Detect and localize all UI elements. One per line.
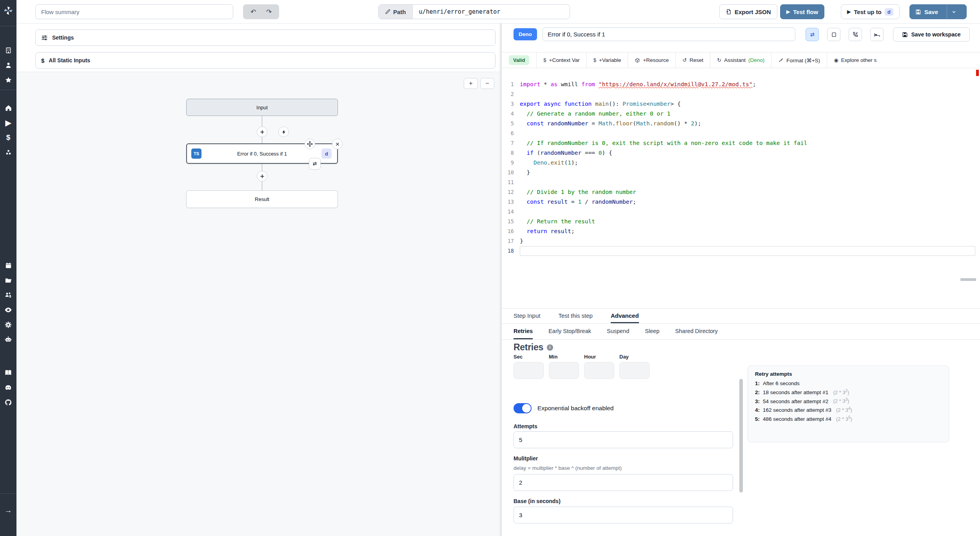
undo-button[interactable]: ↶ — [245, 6, 261, 18]
flow-node-step[interactable]: TS Error if 0, Success if 1 d — [186, 143, 338, 164]
code-line[interactable]: 16 return result; — [502, 226, 980, 236]
flow-node-result[interactable]: Result — [186, 190, 338, 208]
runs-play-icon[interactable]: ▶ — [0, 115, 16, 130]
flow-canvas[interactable]: + − Input TS Error if 0, Success if 1 d — [16, 72, 500, 536]
add-trigger-button[interactable] — [278, 127, 289, 137]
redo-button[interactable]: ↷ — [261, 6, 277, 18]
code-line[interactable]: 5 const randomNumber = Math.floor(Math.r… — [502, 119, 980, 129]
home-icon[interactable] — [0, 100, 16, 115]
tab-step-input[interactable]: Step Input — [514, 309, 540, 323]
assistant-button[interactable]: ↻ Assistant (Deno) — [710, 53, 771, 68]
repeat-loop-icon — [809, 31, 816, 38]
code-line[interactable]: 12 // Divide 1 by the random number — [502, 187, 980, 197]
path-value-input[interactable]: u/henri/error_generator — [413, 5, 570, 19]
github-icon[interactable] — [0, 395, 16, 410]
settings-gear-icon[interactable] — [0, 317, 16, 332]
code-line[interactable]: 7 // If randomNumber is 0, exit the scri… — [502, 138, 980, 148]
add-resource-button[interactable]: +Resource — [628, 53, 675, 68]
sleep-bed-button[interactable] — [870, 28, 884, 41]
subtab-retries[interactable]: Retries — [514, 324, 533, 339]
code-line[interactable]: 18 — [502, 246, 980, 256]
subtab-early-stop[interactable]: Early Stop/Break — [548, 324, 591, 339]
bed-icon — [874, 31, 880, 38]
variables-dollar-icon[interactable]: $ — [0, 130, 16, 145]
rotate-ccw-icon: ↺ — [682, 57, 687, 63]
zoom-out-button[interactable]: − — [480, 78, 494, 89]
code-line[interactable]: 1import * as wmill from "https://deno.la… — [502, 80, 980, 89]
code-line[interactable]: 4 // Generate a random number, either 0 … — [502, 109, 980, 119]
workers-robot-icon[interactable] — [0, 332, 16, 347]
editor-scrollbar[interactable] — [960, 278, 976, 281]
flow-summary-input[interactable] — [35, 4, 233, 19]
hour-input[interactable] — [584, 362, 614, 379]
code-line[interactable]: 3export async function main(): Promise<n… — [502, 99, 980, 109]
windmill-logo-icon[interactable] — [0, 3, 16, 18]
webhook-phone-button[interactable] — [849, 28, 862, 41]
retry-attempt-item: 2:18 seconds after attempt #1(2 * 32) — [755, 389, 942, 395]
reset-button[interactable]: ↺ Reset — [675, 53, 710, 68]
subtab-suspend[interactable]: Suspend — [607, 324, 629, 339]
path-label[interactable]: Path — [379, 5, 413, 19]
code-line[interactable]: 2 — [502, 89, 980, 99]
code-line[interactable]: 9 Deno.exit(1); — [502, 158, 980, 168]
schedules-calendar-icon[interactable] — [0, 258, 16, 273]
retry-indicator-button[interactable] — [309, 158, 321, 170]
add-variable-button[interactable]: $ +Variable — [586, 53, 628, 68]
code-line[interactable]: 11 — [502, 177, 980, 187]
groups-users-icon[interactable] — [0, 288, 16, 302]
exponential-backoff-toggle[interactable] — [514, 403, 532, 413]
retry-attempt-item: 3:54 seconds after attempt #2(2 * 33) — [755, 397, 942, 404]
code-line[interactable]: 15 // Return the result — [502, 217, 980, 226]
diff-mode-button[interactable] — [806, 28, 819, 41]
test-up-to-button[interactable]: ▶ Test up to d — [841, 4, 900, 19]
tab-advanced[interactable]: Advanced — [611, 309, 639, 323]
day-input[interactable] — [619, 362, 650, 379]
all-static-inputs-row[interactable]: $ All Static Inputs — [35, 52, 495, 69]
retries-scrollbar[interactable] — [739, 379, 743, 493]
base-input[interactable] — [514, 507, 733, 523]
code-line[interactable]: 14 — [502, 207, 980, 217]
favorites-star-icon[interactable] — [0, 72, 16, 87]
export-json-button[interactable]: Export JSON — [719, 4, 777, 19]
flow-node-input[interactable]: Input — [186, 99, 338, 116]
folders-icon[interactable] — [0, 273, 16, 288]
flow-settings-row[interactable]: Settings — [35, 29, 495, 46]
discord-icon[interactable] — [0, 380, 16, 395]
subtab-shared-directory[interactable]: Shared Directory — [675, 324, 718, 339]
attempts-input[interactable] — [514, 431, 733, 448]
save-to-workspace-button[interactable]: Save to workspace — [893, 27, 970, 42]
format-button[interactable]: Format (⌘+S) — [771, 53, 827, 68]
code-line[interactable]: 17} — [502, 236, 980, 246]
tab-test-this-step[interactable]: Test this step — [558, 309, 593, 323]
save-dropdown-button[interactable] — [947, 5, 961, 19]
resources-boxes-icon[interactable] — [0, 145, 16, 160]
step-name-input[interactable] — [543, 27, 795, 41]
add-step-button[interactable] — [257, 171, 267, 181]
min-input[interactable] — [549, 362, 579, 379]
code-line[interactable]: 10 } — [502, 168, 980, 177]
user-icon[interactable] — [0, 58, 16, 72]
multiplier-input[interactable] — [514, 474, 733, 491]
zoom-in-button[interactable]: + — [464, 78, 478, 89]
multiplier-help-text: delay = multiplier * base ^ (number of a… — [514, 465, 622, 471]
subtab-sleep[interactable]: Sleep — [645, 324, 659, 339]
retry-attempts-list: 1:After 6 seconds2:18 seconds after atte… — [755, 380, 942, 422]
explore-scripts-button[interactable]: ◉ Explore other s — [827, 53, 883, 68]
workspace-building-icon[interactable] — [0, 43, 16, 58]
code-line[interactable]: 8 if (randomNumber === 0) { — [502, 148, 980, 158]
code-editor[interactable]: 1import * as wmill from "https://deno.la… — [502, 69, 980, 308]
add-step-button[interactable] — [257, 127, 267, 137]
sec-input[interactable] — [514, 362, 544, 379]
move-step-button[interactable] — [305, 139, 315, 149]
expand-editor-button[interactable] — [827, 28, 840, 41]
code-line[interactable]: 13 const result = 1 / randomNumber; — [502, 197, 980, 207]
audit-eye-icon[interactable] — [0, 302, 16, 317]
add-context-var-button[interactable]: $ +Context Var — [536, 53, 586, 68]
info-icon[interactable]: i — [547, 344, 553, 351]
test-flow-button[interactable]: ▶ Test flow — [780, 4, 824, 19]
save-button[interactable]: Save — [910, 5, 944, 19]
sidebar-expand-arrow-icon[interactable]: → — [0, 503, 16, 518]
code-line[interactable]: 6 — [502, 129, 980, 138]
docs-book-icon[interactable] — [0, 365, 16, 380]
delete-step-button[interactable] — [332, 139, 343, 149]
